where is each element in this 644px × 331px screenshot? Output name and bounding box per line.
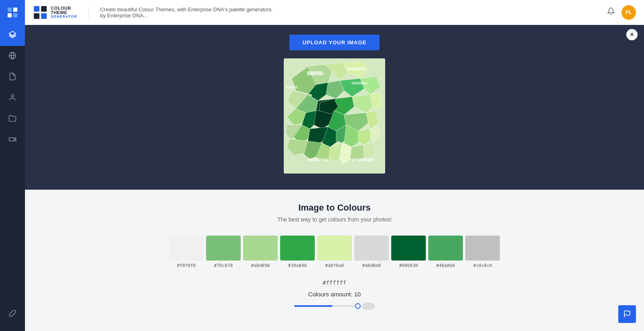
topbar-right: PL <box>607 5 636 20</box>
sidebar <box>0 0 25 331</box>
video-icon <box>8 135 17 145</box>
brush-icon <box>8 309 17 319</box>
svg-rect-56 <box>308 158 328 161</box>
color-swatch[interactable] <box>465 236 500 261</box>
topbar: COLOUR THEME GENERATOR Create beautiful … <box>25 0 644 25</box>
swatch-label: #f0f0f0 <box>177 263 196 268</box>
swatches-row: #f0f0f0#78c078#a8d890#30a848#d8f0a8#d8d8… <box>169 236 500 268</box>
sidebar-item-globe[interactable] <box>0 46 25 67</box>
svg-rect-12 <box>34 13 39 19</box>
topbar-divider <box>89 6 89 19</box>
svg-rect-11 <box>41 6 47 12</box>
sidebar-item-file[interactable] <box>0 67 25 88</box>
swatch-label: #30a848 <box>288 263 307 268</box>
swatch-item[interactable]: #f0f0f0 <box>169 236 204 268</box>
selected-color-display: #ffffff <box>322 279 346 286</box>
map-image <box>284 58 385 174</box>
swatch-label: #d8f0a8 <box>325 263 344 268</box>
slider-fill <box>294 305 332 307</box>
svg-rect-55 <box>351 82 367 85</box>
color-swatch[interactable] <box>243 236 278 261</box>
swatch-item[interactable]: #30a848 <box>280 236 315 268</box>
color-swatch[interactable] <box>317 236 352 261</box>
svg-rect-3 <box>13 13 17 17</box>
swatch-item[interactable]: #d8d8d8 <box>354 236 389 268</box>
flag-icon <box>623 310 631 318</box>
topbar-logo-icon <box>33 5 47 20</box>
hero-section: × UPLOAD YOUR IMAGE <box>25 25 644 190</box>
swatch-item[interactable]: #d8f0a8 <box>317 236 352 268</box>
main-content: Image to Colours The best way to get col… <box>25 190 644 326</box>
swatch-item[interactable]: #c0c0c0 <box>465 236 500 268</box>
slider-track[interactable] <box>294 305 358 307</box>
user-icon <box>8 93 17 103</box>
color-swatch[interactable] <box>169 236 204 261</box>
svg-rect-1 <box>13 8 17 12</box>
swatch-item[interactable]: #48a860 <box>428 236 463 268</box>
colours-amount: Colours amount: 10 <box>308 291 361 298</box>
globe-icon <box>8 52 17 62</box>
svg-rect-8 <box>9 137 14 141</box>
slider-thumb[interactable] <box>355 303 361 309</box>
color-swatch[interactable] <box>428 236 463 261</box>
swatch-label: #006030 <box>399 263 418 268</box>
user-avatar[interactable]: PL <box>621 5 636 20</box>
topbar-tagline: Create beautiful Colour Themes, with Ent… <box>100 6 273 19</box>
topbar-logo-text: COLOUR THEME GENERATOR <box>51 6 77 19</box>
map-svg <box>284 58 385 174</box>
swatch-item[interactable]: #a8d890 <box>243 236 278 268</box>
app-logo-icon <box>7 7 18 18</box>
svg-rect-0 <box>8 8 12 12</box>
bell-icon <box>607 7 615 15</box>
sidebar-item-user[interactable] <box>0 88 25 109</box>
sidebar-item-brush[interactable] <box>8 304 17 325</box>
section-subtitle: The best way to get colours from your ph… <box>277 216 392 223</box>
color-swatch[interactable] <box>206 236 241 261</box>
swatch-item[interactable]: #78c078 <box>206 236 241 268</box>
sidebar-logo[interactable] <box>0 0 25 25</box>
svg-rect-57 <box>352 158 374 161</box>
sidebar-item-layers[interactable] <box>0 25 25 46</box>
swatch-label: #a8d890 <box>251 263 270 268</box>
notification-button[interactable] <box>607 7 615 17</box>
bottom-fab-button[interactable] <box>618 305 636 323</box>
svg-rect-54 <box>286 86 298 89</box>
main-wrapper: COLOUR THEME GENERATOR Create beautiful … <box>25 0 644 331</box>
swatch-label: #78c078 <box>214 263 233 268</box>
upload-image-button[interactable]: UPLOAD YOUR IMAGE <box>289 35 379 50</box>
topbar-logo: COLOUR THEME GENERATOR Create beautiful … <box>33 5 273 20</box>
sidebar-item-video[interactable] <box>0 130 25 151</box>
swatch-item[interactable]: #006030 <box>391 236 426 268</box>
svg-rect-2 <box>8 13 12 17</box>
slider-wrap <box>294 302 375 310</box>
svg-rect-52 <box>307 71 323 75</box>
folder-icon <box>8 114 17 124</box>
svg-rect-13 <box>41 13 47 19</box>
slider-toggle[interactable] <box>362 302 375 310</box>
color-swatch[interactable] <box>280 236 315 261</box>
svg-rect-10 <box>34 6 39 12</box>
swatch-label: #48a860 <box>436 263 455 268</box>
section-title: Image to Colours <box>298 203 371 213</box>
file-icon <box>8 72 17 83</box>
color-swatch[interactable] <box>391 236 426 261</box>
swatch-label: #d8d8d8 <box>362 263 381 268</box>
svg-rect-53 <box>346 67 366 70</box>
sidebar-item-folder[interactable] <box>0 109 25 130</box>
close-button[interactable]: × <box>626 29 638 40</box>
svg-point-7 <box>11 94 14 97</box>
sidebar-bottom <box>8 304 17 331</box>
swatch-label: #c0c0c0 <box>473 263 492 268</box>
content-area: × UPLOAD YOUR IMAGE <box>25 25 644 331</box>
color-swatch[interactable] <box>354 236 389 261</box>
layers-icon <box>8 31 17 41</box>
